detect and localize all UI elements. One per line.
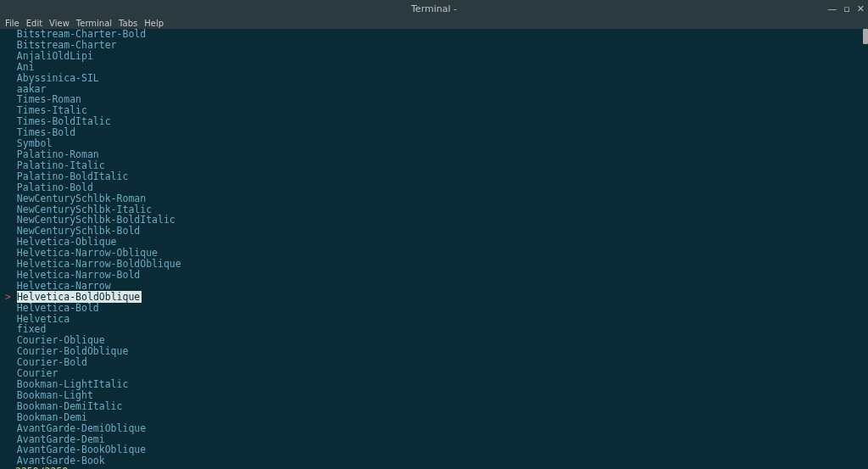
list-item[interactable]: Helvetica-Narrow-Bold bbox=[5, 270, 863, 281]
list-item[interactable]: Bitstream-Charter-Bold bbox=[5, 29, 863, 40]
list-item[interactable]: Helvetica-Narrow-BoldOblique bbox=[5, 259, 863, 270]
list-item[interactable]: fixed bbox=[5, 324, 863, 335]
list-item[interactable]: Ani bbox=[5, 62, 863, 73]
menu-tabs[interactable]: Tabs bbox=[119, 19, 137, 28]
list-item[interactable]: Palatino-Italic bbox=[5, 160, 863, 171]
list-item[interactable]: Symbol bbox=[5, 138, 863, 149]
list-item[interactable]: Courier bbox=[5, 368, 863, 379]
list-item[interactable]: AvantGarde-Book bbox=[5, 455, 863, 466]
list-item[interactable]: Bookman-LightItalic bbox=[5, 379, 863, 390]
list-item[interactable]: NewCenturySchlbk-Bold bbox=[5, 226, 863, 237]
list-item[interactable]: Palatino-BoldItalic bbox=[5, 171, 863, 182]
list-item[interactable]: Palatino-Roman bbox=[5, 149, 863, 160]
window-controls: — ▫ ✕ bbox=[827, 0, 865, 17]
menu-help[interactable]: Help bbox=[144, 19, 164, 28]
list-item[interactable]: Bookman-DemiItalic bbox=[5, 401, 863, 412]
list-item[interactable]: Times-Italic bbox=[5, 105, 863, 116]
pointer-icon: > bbox=[5, 291, 11, 303]
menu-view[interactable]: View bbox=[49, 19, 70, 28]
menu-terminal[interactable]: Terminal bbox=[76, 19, 112, 28]
list-item[interactable]: Bookman-Light bbox=[5, 390, 863, 401]
list-item[interactable]: Palatino-Bold bbox=[5, 182, 863, 193]
list-item[interactable]: Helvetica-Narrow bbox=[5, 281, 863, 292]
list-item[interactable]: Times-Roman bbox=[5, 94, 863, 105]
close-icon[interactable]: ✕ bbox=[857, 3, 865, 14]
selected-item-label: Helvetica-BoldOblique bbox=[17, 291, 142, 303]
menu-file[interactable]: File bbox=[5, 19, 19, 28]
titlebar: Terminal - — ▫ ✕ bbox=[0, 0, 868, 17]
menubar: File Edit View Terminal Tabs Help bbox=[0, 17, 868, 29]
list-item[interactable]: Bitstream-Charter bbox=[5, 40, 863, 51]
list-item[interactable]: Times-BoldItalic bbox=[5, 116, 863, 127]
terminal-output[interactable]: Bitstream-Charter-Bold Bitstream-Charter… bbox=[0, 29, 868, 469]
list-item[interactable]: AvantGarde-BookOblique bbox=[5, 444, 863, 455]
menu-edit[interactable]: Edit bbox=[26, 19, 42, 28]
scrollbar[interactable] bbox=[863, 29, 868, 469]
scrollbar-thumb[interactable] bbox=[863, 29, 868, 44]
list-item[interactable]: Helvetica bbox=[5, 314, 863, 325]
list-item[interactable]: aakar bbox=[5, 84, 863, 95]
list-item[interactable]: Times-Bold bbox=[5, 127, 863, 138]
list-item[interactable]: Courier-BoldOblique bbox=[5, 346, 863, 357]
list-item[interactable]: > Helvetica-BoldOblique bbox=[5, 292, 863, 303]
list-item[interactable]: AnjaliOldLipi bbox=[5, 51, 863, 62]
list-item[interactable]: AvantGarde-DemiOblique bbox=[5, 423, 863, 434]
list-item[interactable]: NewCenturySchlbk-Roman bbox=[5, 193, 863, 204]
window-title: Terminal - bbox=[411, 3, 457, 14]
maximize-icon[interactable]: ▫ bbox=[843, 3, 849, 14]
list-item[interactable]: Bookman-Demi bbox=[5, 412, 863, 423]
list-item[interactable]: Helvetica-Bold bbox=[5, 303, 863, 314]
list-item[interactable]: Courier-Bold bbox=[5, 357, 863, 368]
list-item[interactable]: Abyssinica-SIL bbox=[5, 73, 863, 84]
list-item[interactable]: Courier-Oblique bbox=[5, 335, 863, 346]
minimize-icon[interactable]: — bbox=[827, 3, 837, 14]
